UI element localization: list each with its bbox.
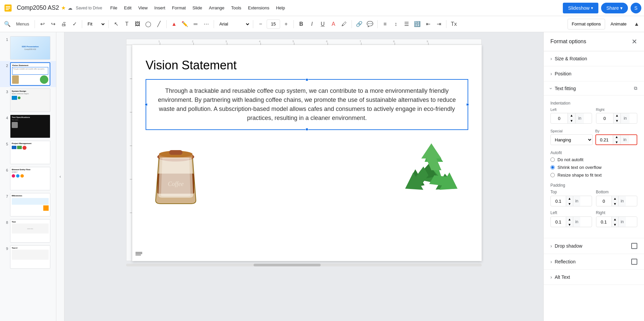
size-rotation-section[interactable]: › Size & Rotation — [544, 51, 644, 66]
list-button[interactable]: ☰ — [402, 19, 411, 29]
underline-button[interactable]: U — [318, 19, 327, 29]
indent-right-up[interactable]: ▲ — [613, 113, 621, 118]
padding-top-down[interactable]: ▼ — [566, 201, 573, 206]
share-button[interactable]: Share ▾ — [601, 3, 628, 13]
border-dash-button[interactable]: ⋯ — [202, 19, 211, 29]
text-color-button[interactable]: A — [329, 19, 338, 29]
text-fitting-header[interactable]: › Text fitting ⧉ — [544, 81, 644, 95]
redo-button[interactable]: ↪ — [48, 19, 58, 29]
slide-item-8[interactable]: 8 Test table data — [0, 218, 56, 244]
comment-button[interactable]: 💬 — [365, 19, 375, 29]
slide-thumb-7[interactable]: Milestones — [10, 193, 50, 216]
indent-right-input[interactable] — [596, 115, 613, 122]
font-size-decrease[interactable]: − — [256, 19, 265, 29]
line-tool[interactable]: ╱ — [154, 19, 164, 29]
menu-arrange[interactable]: Arrange — [206, 4, 228, 12]
horizontal-scrollbar[interactable] — [126, 264, 482, 266]
highlight-button[interactable]: 🖊 — [339, 19, 349, 29]
slide-container[interactable]: Vision Statement Through a trackable and… — [132, 45, 482, 261]
handle-middle-right[interactable] — [466, 103, 469, 106]
slide-thumb-8[interactable]: Test table data — [10, 219, 50, 243]
padding-right-down[interactable]: ▼ — [612, 222, 619, 227]
line-spacing-button[interactable]: ↕ — [391, 19, 400, 29]
border-weight-button[interactable]: ═ — [191, 19, 200, 29]
slide-item-1[interactable]: 1 SDD Presentation Comp2050 AS2 — [0, 35, 56, 61]
close-panel-button[interactable]: ✕ — [632, 38, 637, 46]
shape-tool[interactable]: ◯ — [144, 19, 153, 29]
indent-increase-button[interactable]: ⇥ — [434, 19, 443, 29]
cursor-tool[interactable]: ↖ — [111, 19, 121, 29]
drop-shadow-checkbox[interactable] — [631, 243, 637, 249]
canvas-area[interactable]: 1 2 3 4 5 6 7 8 9 — [64, 32, 543, 321]
fill-color-button[interactable]: ▲ — [169, 19, 179, 29]
indent-right-down[interactable]: ▼ — [613, 118, 621, 124]
bold-button[interactable]: B — [297, 19, 306, 29]
undo-button[interactable]: ↩ — [38, 19, 47, 29]
collapse-toolbar-button[interactable]: ▲ — [632, 19, 641, 29]
padding-left-down[interactable]: ▼ — [566, 222, 573, 227]
reflection-section[interactable]: › Reflection — [544, 254, 644, 270]
numbered-list-button[interactable]: 🔢 — [413, 19, 422, 29]
indent-decrease-button[interactable]: ⇤ — [423, 19, 433, 29]
toggle-panel-button[interactable]: ‹ — [56, 32, 64, 321]
text-tool[interactable]: T — [122, 19, 131, 29]
menu-view[interactable]: View — [135, 4, 151, 12]
autofit-resize-radio[interactable] — [550, 173, 555, 177]
padding-top-up[interactable]: ▲ — [566, 196, 573, 201]
border-color-button[interactable]: ✏️ — [180, 19, 190, 29]
user-avatar[interactable]: S — [631, 3, 641, 13]
menu-format[interactable]: Format — [169, 4, 189, 12]
drop-shadow-section[interactable]: › Drop shadow — [544, 238, 644, 254]
menu-extensions[interactable]: Extensions — [245, 4, 273, 12]
padding-top-input[interactable] — [551, 197, 566, 205]
clear-format-button[interactable]: Tx — [449, 19, 459, 29]
padding-bottom-input[interactable] — [596, 197, 611, 205]
indent-left-down[interactable]: ▼ — [568, 118, 575, 124]
special-select[interactable]: Hanging None First line — [550, 134, 593, 145]
padding-right-input[interactable] — [596, 218, 611, 226]
padding-left-up[interactable]: ▲ — [566, 216, 573, 222]
padding-left-input[interactable] — [551, 218, 566, 226]
menu-edit[interactable]: Edit — [121, 4, 135, 12]
slide-item-9[interactable]: 9 Test 2 — [0, 244, 56, 270]
slide-thumb-4[interactable]: Test Specifications Test cases... — [10, 115, 50, 138]
slideshow-button[interactable]: Slideshow ▾ — [563, 3, 598, 13]
slide-item-3[interactable]: 3 System Design System architecture diag… — [0, 87, 56, 113]
menu-file[interactable]: File — [107, 4, 121, 12]
font-select[interactable]: Arial — [217, 19, 250, 29]
slide-thumb-3[interactable]: System Design System architecture diagra… — [10, 88, 50, 112]
slide-item-4[interactable]: 4 Test Specifications Test cases... — [0, 113, 56, 139]
menu-slide[interactable]: Slide — [189, 4, 206, 12]
slide-item-2[interactable]: 2 Vision Statement Through a trackable a… — [0, 61, 56, 87]
text-fitting-expand-icon[interactable]: ⧉ — [634, 85, 637, 91]
text-box[interactable]: Through a trackable and reusable coffee … — [146, 79, 468, 130]
by-down[interactable]: ▼ — [613, 140, 621, 145]
animate-button[interactable]: Animate — [606, 19, 631, 29]
font-size-increase[interactable]: + — [281, 19, 291, 29]
by-input[interactable] — [596, 136, 613, 144]
doc-title[interactable]: Comp2050 AS2 ★ ☁ Saved to Drive — [17, 4, 102, 11]
slide-item-6[interactable]: 6 Bitmeet Entity Flow BITMEET — [0, 166, 56, 192]
padding-bottom-down[interactable]: ▼ — [612, 201, 619, 206]
handle-middle-left[interactable] — [145, 103, 148, 106]
slide-thumb-5[interactable]: Project Management — [10, 141, 50, 164]
align-button[interactable]: ≡ — [380, 19, 390, 29]
print-button[interactable]: 🖨 — [59, 19, 68, 29]
star-icon[interactable]: ★ — [61, 5, 66, 11]
slide-item-7[interactable]: 7 Milestones — [0, 192, 56, 218]
menu-help[interactable]: Help — [273, 4, 288, 12]
by-up[interactable]: ▲ — [613, 134, 621, 140]
spellcheck-button[interactable]: ✓ — [70, 19, 79, 29]
slide-thumb-1[interactable]: SDD Presentation Comp2050 AS2 — [10, 36, 50, 60]
search-button[interactable]: 🔍 — [3, 19, 12, 29]
autofit-shrink-radio[interactable] — [550, 165, 555, 170]
italic-button[interactable]: I — [307, 19, 317, 29]
zoom-select[interactable]: Fit 50% 75% 100% — [85, 19, 106, 29]
format-options-button[interactable]: Format options — [568, 19, 605, 29]
menu-insert[interactable]: Insert — [151, 4, 169, 12]
menu-tools[interactable]: Tools — [228, 4, 245, 12]
slide-item-5[interactable]: 5 Project Management — [0, 139, 56, 166]
font-size-input[interactable] — [267, 19, 280, 29]
padding-right-up[interactable]: ▲ — [612, 216, 619, 222]
slide-thumb-9[interactable]: Test 2 — [10, 245, 50, 269]
